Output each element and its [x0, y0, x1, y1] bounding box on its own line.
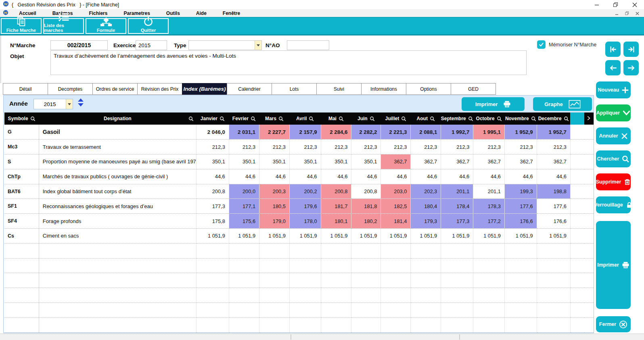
value-cell-octobre[interactable]: 177,2 [473, 214, 505, 229]
value-cell-mai[interactable]: 1 051,9 [321, 229, 351, 244]
value-cell-mars[interactable]: 1 051,9 [259, 229, 290, 244]
value-cell-mai[interactable]: 350,1 [321, 154, 351, 169]
value-cell-juillet[interactable]: 1 051,9 [381, 229, 411, 244]
first-record-button[interactable] [605, 42, 621, 57]
next-record-button[interactable] [623, 60, 639, 75]
value-cell-mai[interactable]: 44,6 [321, 169, 351, 184]
value-cell-aout[interactable]: 179,3 [411, 214, 441, 229]
value-cell-juillet[interactable]: 203,0 [381, 184, 411, 199]
value-cell-aout[interactable]: 202,3 [411, 184, 441, 199]
column-header-mai[interactable]: Mai [321, 113, 351, 125]
tab-suivi[interactable]: Suivi [316, 83, 362, 95]
value-cell-mars[interactable]: 179,0 [259, 214, 290, 229]
value-cell-decembre[interactable]: 176,6 [537, 214, 570, 229]
value-cell-avril[interactable]: 2 157,9 [289, 125, 321, 140]
value-cell-mai[interactable]: 212,3 [321, 140, 351, 154]
chercher-button[interactable]: Chercher [596, 150, 631, 167]
value-cell-septembre[interactable]: 1 992,7 [441, 125, 473, 140]
objet-textarea[interactable]: Travaux d’achèvement de l’aménagement de… [50, 50, 527, 75]
designation-cell[interactable]: Travaux de terrassement [39, 140, 196, 154]
symbole-cell[interactable]: BAT6 [4, 184, 39, 199]
value-cell-janvier[interactable]: 212,3 [196, 140, 229, 154]
value-cell-juillet[interactable]: 212,3 [381, 140, 411, 154]
value-cell-mai[interactable]: 2 284,6 [321, 125, 351, 140]
designation-cell[interactable]: Gasoil [39, 125, 196, 140]
value-cell-juin[interactable]: 2 282,2 [351, 125, 381, 140]
value-cell-juin[interactable]: 1 051,9 [351, 229, 381, 244]
last-record-button[interactable] [623, 42, 639, 57]
imprimer-button[interactable]: Imprimer [596, 221, 631, 309]
symbole-cell[interactable]: Cs [4, 229, 39, 244]
liste-des-marches-button[interactable]: Liste des marches [43, 18, 84, 34]
bottom-scrollbar[interactable] [0, 334, 644, 340]
column-header-symbole[interactable]: Symbole [4, 113, 39, 125]
value-cell-fevrier[interactable]: 212,3 [229, 140, 259, 154]
column-header-decembre[interactable]: Decembre [537, 113, 570, 125]
value-cell-mai[interactable]: 181,7 [321, 199, 351, 214]
value-cell-septembre[interactable]: 212,3 [441, 140, 473, 154]
nouveau-button[interactable]: Nouveau [596, 81, 631, 98]
value-cell-fevrier[interactable]: 44,6 [229, 169, 259, 184]
value-cell-octobre[interactable]: 1 051,9 [473, 229, 505, 244]
menu-item-parametres[interactable]: Parametres [115, 10, 158, 16]
expand-columns-button[interactable] [584, 113, 594, 125]
value-cell-novembre[interactable]: 212,3 [504, 140, 537, 154]
spinner-down-icon[interactable] [78, 103, 84, 106]
menu-item-fichiers[interactable]: Fichiers [81, 10, 115, 16]
fiche-marche-button[interactable]: Fiche Marche [1, 18, 42, 34]
value-cell-juin[interactable]: 181,8 [351, 199, 381, 214]
nao-input[interactable] [287, 40, 329, 50]
value-cell-janvier[interactable]: 1 051,9 [196, 229, 229, 244]
value-cell-fevrier[interactable]: 177,1 [229, 199, 259, 214]
column-header-octobre[interactable]: Octobre [473, 113, 505, 125]
value-cell-aout[interactable]: 362,7 [411, 154, 441, 169]
column-header-mars[interactable]: Mars [259, 113, 290, 125]
value-cell-septembre[interactable]: 1 051,9 [441, 229, 473, 244]
value-cell-decembre[interactable]: 177,6 [537, 199, 570, 214]
menu-item-fenetre[interactable]: Fenêtre [215, 10, 248, 16]
symbole-cell[interactable]: SF1 [4, 199, 39, 214]
column-header-designation[interactable]: Designation [39, 113, 196, 125]
column-header-fevrier[interactable]: Fevrier [229, 113, 259, 125]
column-header-avril[interactable]: Avril [289, 113, 321, 125]
value-cell-septembre[interactable]: 177,3 [441, 214, 473, 229]
value-cell-juillet[interactable]: 2 221,3 [381, 125, 411, 140]
value-cell-avril[interactable]: 179,6 [289, 199, 321, 214]
column-header-janvier[interactable]: Janvier [196, 113, 229, 125]
designation-cell[interactable]: Marchés de travaux publics ( ouvrages de… [39, 169, 196, 184]
value-cell-octobre[interactable]: 1 995,1 [473, 125, 505, 140]
tab-revision-des-prix[interactable]: Révision des Prix [137, 83, 182, 95]
value-cell-mars[interactable]: 2 227,7 [259, 125, 290, 140]
value-cell-juin[interactable]: 180,2 [351, 214, 381, 229]
appliquer-button[interactable]: Appliquer [596, 104, 631, 121]
value-cell-juillet[interactable]: 44,6 [381, 169, 411, 184]
minimize-button[interactable] [587, 0, 606, 9]
designation-cell[interactable]: Proportion moyenne de manoeuvres payé au… [39, 154, 196, 169]
symbole-cell[interactable]: Mc3 [4, 140, 39, 154]
column-header-juin[interactable]: Juin [351, 113, 381, 125]
value-cell-fevrier[interactable]: 2 031,1 [229, 125, 259, 140]
designation-cell[interactable]: Reconnaissances géologiques et forages d… [39, 199, 196, 214]
value-cell-mars[interactable]: 180,5 [259, 199, 290, 214]
value-cell-novembre[interactable]: 44,6 [504, 169, 537, 184]
value-cell-fevrier[interactable]: 1 051,9 [229, 229, 259, 244]
value-cell-novembre[interactable]: 362,7 [504, 154, 537, 169]
value-cell-avril[interactable]: 212,3 [289, 140, 321, 154]
value-cell-juin[interactable]: 200,8 [351, 184, 381, 199]
value-cell-septembre[interactable]: 201,1 [441, 184, 473, 199]
tab-detail[interactable]: Détail [3, 83, 48, 95]
spinner-up-icon[interactable] [78, 98, 84, 102]
tab-decomptes[interactable]: Decomptes [48, 83, 93, 95]
menu-item-aide[interactable]: Aide [188, 10, 215, 16]
value-cell-decembre[interactable]: 44,6 [537, 169, 570, 184]
memoriser-checkbox[interactable] [537, 40, 546, 49]
value-cell-aout[interactable]: 212,3 [411, 140, 441, 154]
value-cell-novembre[interactable]: 176,6 [504, 214, 537, 229]
graphe-button[interactable]: Graphe [533, 97, 592, 111]
value-cell-mars[interactable]: 350,1 [259, 154, 290, 169]
mdi-minimize-icon[interactable] [615, 10, 619, 17]
exercice-input[interactable]: 2015 [136, 40, 167, 50]
value-cell-octobre[interactable]: 201,1 [473, 184, 505, 199]
value-cell-avril[interactable]: 350,1 [289, 154, 321, 169]
value-cell-octobre[interactable]: 362,7 [473, 154, 505, 169]
